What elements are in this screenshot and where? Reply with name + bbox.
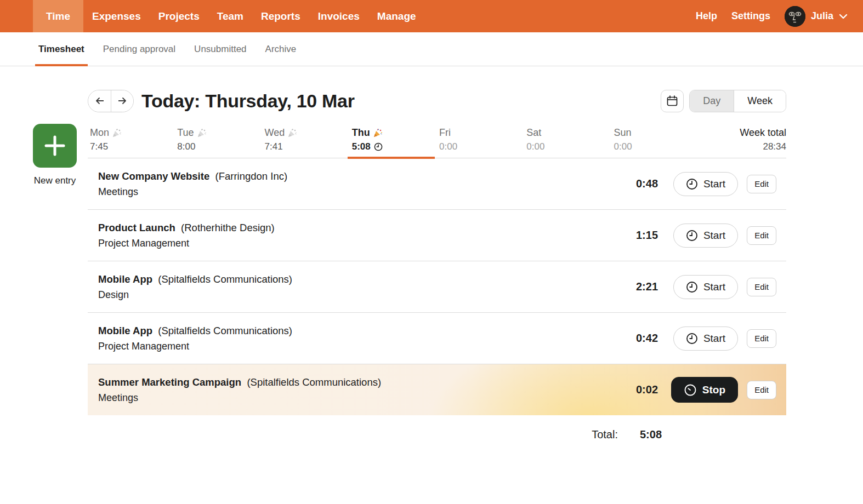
start-timer-button[interactable]: Start <box>673 224 738 248</box>
week-view-toggle[interactable]: Week <box>734 90 786 112</box>
day-column-thu-selected[interactable]: Thu 5:08 <box>350 127 437 158</box>
entry-info: Summer Marketing Campaign (Spitalfields … <box>98 376 609 404</box>
party-popper-icon <box>197 128 207 138</box>
running-timer-icon <box>374 142 383 151</box>
day-column-sat[interactable]: Sat 0:00 <box>524 127 611 158</box>
day-total: 8:00 <box>177 141 262 152</box>
running-clock-icon <box>684 383 697 397</box>
primary-nav: Time Expenses Projects Team Reports Invo… <box>33 0 425 32</box>
day-total-label: Total: <box>592 428 618 441</box>
day-total: 0:00 <box>439 141 524 152</box>
day-label: Fri <box>439 127 451 139</box>
view-controls: Day Week <box>661 90 786 112</box>
entry-client: (Spitalfields Communications) <box>247 376 381 388</box>
entry-time: 2:21 <box>609 280 658 293</box>
entry-task: Meetings <box>98 186 603 198</box>
timesheet-page: New entry Today: Thursday, 10 Mar <box>0 66 863 441</box>
new-entry-label: New entry <box>33 175 77 186</box>
nav-utility: Help Settings Julia <box>696 0 848 32</box>
day-label: Wed <box>265 127 285 139</box>
entry-project: Product Launch <box>98 222 175 233</box>
start-timer-button[interactable]: Start <box>673 275 738 299</box>
entry-time: 1:15 <box>609 229 658 242</box>
user-menu[interactable]: Julia <box>785 6 848 27</box>
nav-item-invoices[interactable]: Invoices <box>309 0 368 32</box>
nav-item-time[interactable]: Time <box>33 0 83 32</box>
day-column-wed[interactable]: Wed 7:41 <box>263 127 350 158</box>
time-entry-row: New Company Website (Farringdon Inc) Mee… <box>88 158 786 210</box>
entry-client: (Spitalfields Communications) <box>158 325 292 336</box>
top-nav: Time Expenses Projects Team Reports Invo… <box>0 0 863 32</box>
entry-info: Mobile App (Spitalfields Communications)… <box>98 273 609 301</box>
edit-entry-button[interactable]: Edit <box>747 329 776 348</box>
tab-unsubmitted[interactable]: Unsubmitted <box>189 32 252 66</box>
nav-item-manage[interactable]: Manage <box>368 0 425 32</box>
day-view-toggle[interactable]: Day <box>690 90 734 112</box>
nav-item-expenses[interactable]: Expenses <box>83 0 150 32</box>
nav-item-team[interactable]: Team <box>208 0 252 32</box>
date-title-prefix: Today: <box>141 90 200 111</box>
tab-pending-approval[interactable]: Pending approval <box>98 32 181 66</box>
day-total: 7:41 <box>265 141 350 152</box>
week-total-label: Week total <box>699 127 786 139</box>
entry-info: Product Launch (Rotherhithe Design) Proj… <box>98 222 609 249</box>
edit-entry-button[interactable]: Edit <box>747 278 776 296</box>
day-label: Tue <box>177 127 194 139</box>
nav-item-reports[interactable]: Reports <box>252 0 309 32</box>
date-pager <box>88 90 134 112</box>
new-entry-button[interactable] <box>33 124 77 168</box>
next-day-button[interactable] <box>111 90 133 112</box>
day-label: Mon <box>90 127 109 139</box>
start-timer-button[interactable]: Start <box>673 327 738 351</box>
entry-time: 0:48 <box>609 177 658 190</box>
timesheet-main: Today: Thursday, 10 Mar Day Week Mon <box>88 66 786 441</box>
entry-info: New Company Website (Farringdon Inc) Mee… <box>98 170 609 198</box>
day-label: Sat <box>526 127 541 139</box>
nav-item-projects[interactable]: Projects <box>150 0 208 32</box>
new-entry-rail: New entry <box>33 66 77 441</box>
week-day-header: Mon 7:45 Tue 8:00 Wed 7:41 Thu <box>88 127 786 158</box>
chevron-down-icon <box>839 14 848 19</box>
entry-time: 0:02 <box>609 383 658 396</box>
entry-task: Project Management <box>98 341 603 352</box>
day-total: 0:00 <box>526 141 611 152</box>
entry-time: 0:42 <box>609 332 658 345</box>
time-entry-row-running: Summer Marketing Campaign (Spitalfields … <box>88 364 786 415</box>
entry-task: Project Management <box>98 238 603 249</box>
day-total: 7:45 <box>90 141 175 152</box>
entry-task: Meetings <box>98 392 603 404</box>
entry-project: Mobile App <box>98 325 152 336</box>
day-column-fri[interactable]: Fri 0:00 <box>437 127 524 158</box>
edit-entry-button[interactable]: Edit <box>747 226 776 245</box>
date-title-date: Thursday, 10 Mar <box>205 90 354 111</box>
week-total-value: 28:34 <box>699 141 786 152</box>
day-total-row: Total: 5:08 <box>88 415 786 441</box>
tab-archive[interactable]: Archive <box>260 32 302 66</box>
entry-client: (Spitalfields Communications) <box>158 273 292 285</box>
day-column-sun[interactable]: Sun 0:00 <box>612 127 699 158</box>
calendar-icon <box>666 95 678 107</box>
day-column-tue[interactable]: Tue 8:00 <box>175 127 262 158</box>
day-total: 0:00 <box>614 141 699 152</box>
help-link[interactable]: Help <box>696 10 717 22</box>
start-timer-button[interactable]: Start <box>673 172 738 196</box>
party-popper-icon <box>288 128 297 138</box>
calendar-button[interactable] <box>661 90 684 112</box>
settings-link[interactable]: Settings <box>731 10 770 22</box>
previous-day-button[interactable] <box>88 90 111 112</box>
day-label: Sun <box>614 127 632 139</box>
time-entry-row: Mobile App (Spitalfields Communications)… <box>88 261 786 313</box>
edit-entry-button[interactable]: Edit <box>747 175 776 193</box>
timesheet-tab-bar: Timesheet Pending approval Unsubmitted A… <box>0 32 863 66</box>
time-entry-row: Mobile App (Spitalfields Communications)… <box>88 313 786 364</box>
entry-project: Summer Marketing Campaign <box>98 376 241 388</box>
day-column-mon[interactable]: Mon 7:45 <box>88 127 175 158</box>
party-popper-icon <box>373 128 383 138</box>
edit-entry-button[interactable]: Edit <box>747 381 776 399</box>
day-week-toggle: Day Week <box>689 90 786 112</box>
clock-icon <box>686 333 698 345</box>
stop-timer-button[interactable]: Stop <box>671 377 738 403</box>
tab-timesheet[interactable]: Timesheet <box>33 32 90 66</box>
day-total: 5:08 <box>352 141 437 152</box>
date-nav: Today: Thursday, 10 Mar <box>88 90 355 112</box>
